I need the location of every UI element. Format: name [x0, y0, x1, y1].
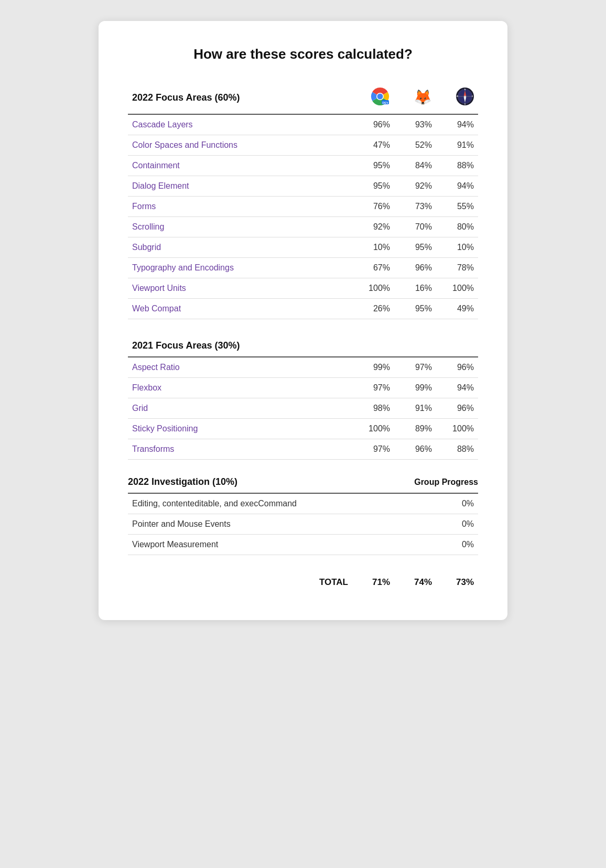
row-label[interactable]: Color Spaces and Functions [128, 135, 352, 156]
row-score-0: 96% [352, 114, 394, 135]
table-row: Sticky Positioning100%89%100% [128, 419, 478, 439]
row-score-1: 95% [394, 237, 436, 258]
row-score-0: 98% [352, 398, 394, 419]
row-score-0: 92% [352, 217, 394, 237]
table-row: Pointer and Mouse Events0% [128, 514, 478, 535]
row-label[interactable]: Scrolling [128, 217, 352, 237]
row-label[interactable]: Forms [128, 197, 352, 217]
totals-table: TOTAL 71% 74% 73% [128, 572, 478, 593]
row-label: Editing, contenteditable, and execComman… [128, 494, 441, 514]
safari-icon: N S E W [456, 88, 474, 107]
table-row: Web Compat26%95%49% [128, 299, 478, 319]
table-row: Viewport Units100%16%100% [128, 278, 478, 299]
total-score-chrome: 71% [352, 572, 394, 593]
svg-point-11 [464, 96, 466, 97]
row-label[interactable]: Cascade Layers [128, 114, 352, 135]
table-row: Forms76%73%55% [128, 197, 478, 217]
row-score-1: 97% [394, 357, 436, 378]
table-row: Grid98%91%96% [128, 398, 478, 419]
row-label[interactable]: Flexbox [128, 378, 352, 398]
focus-2022-table: 2022 Focus Areas (60%) [128, 81, 478, 319]
row-score-1: 70% [394, 217, 436, 237]
row-label[interactable]: Sticky Positioning [128, 419, 352, 439]
table-row: Viewport Measurement0% [128, 535, 478, 555]
row-score: 0% [441, 514, 478, 535]
row-score-0: 47% [352, 135, 394, 156]
table-row: Aspect Ratio99%97%96% [128, 357, 478, 378]
investigation-title: 2022 Investigation (10%) [128, 476, 237, 487]
focus-2022-heading: 2022 Focus Areas (60%) [132, 92, 240, 103]
row-score-2: 10% [436, 237, 478, 258]
row-score-1: 52% [394, 135, 436, 156]
row-score-0: 100% [352, 419, 394, 439]
row-score-1: 95% [394, 299, 436, 319]
row-label[interactable]: Dialog Element [128, 176, 352, 197]
total-label: TOTAL [128, 572, 352, 593]
row-score-2: 78% [436, 258, 478, 278]
row-label: Pointer and Mouse Events [128, 514, 441, 535]
row-score-2: 96% [436, 398, 478, 419]
row-score-1: 16% [394, 278, 436, 299]
row-label[interactable]: Containment [128, 156, 352, 176]
row-label[interactable]: Typography and Encodings [128, 258, 352, 278]
row-score-1: 92% [394, 176, 436, 197]
svg-point-2 [377, 94, 383, 100]
row-score-2: 96% [436, 357, 478, 378]
group-progress-label: Group Progress [414, 478, 478, 487]
table-row: Editing, contenteditable, and execComman… [128, 494, 478, 514]
investigation-header: 2022 Investigation (10%) Group Progress [128, 476, 478, 494]
focus-2021-table: 2021 Focus Areas (30%) Aspect Ratio99%97… [128, 336, 478, 460]
row-score-0: 99% [352, 357, 394, 378]
firefox-icon: 🦊 [414, 90, 432, 105]
main-card: How are these scores calculated? 2022 Fo… [99, 21, 507, 620]
row-label[interactable]: Aspect Ratio [128, 357, 352, 378]
row-label[interactable]: Viewport Units [128, 278, 352, 299]
row-score-2: 49% [436, 299, 478, 319]
table-row: Subgrid10%95%10% [128, 237, 478, 258]
row-score-1: 84% [394, 156, 436, 176]
row-score-2: 88% [436, 439, 478, 460]
row-label[interactable]: Web Compat [128, 299, 352, 319]
row-score-1: 96% [394, 258, 436, 278]
table-row: Flexbox97%99%94% [128, 378, 478, 398]
table-row: Typography and Encodings67%96%78% [128, 258, 478, 278]
row-score-1: 99% [394, 378, 436, 398]
svg-text:DEV: DEV [382, 101, 388, 104]
row-score: 0% [441, 494, 478, 514]
row-score-0: 95% [352, 156, 394, 176]
row-label[interactable]: Subgrid [128, 237, 352, 258]
row-score-1: 93% [394, 114, 436, 135]
table-row: Containment95%84%88% [128, 156, 478, 176]
row-score-0: 10% [352, 237, 394, 258]
row-score-0: 67% [352, 258, 394, 278]
row-score-2: 94% [436, 378, 478, 398]
row-score-2: 94% [436, 176, 478, 197]
investigation-table: Editing, contenteditable, and execComman… [128, 494, 478, 555]
total-score-firefox: 74% [394, 572, 436, 593]
row-score-0: 26% [352, 299, 394, 319]
row-label[interactable]: Transforms [128, 439, 352, 460]
focus-2021-heading: 2021 Focus Areas (30%) [132, 340, 240, 351]
row-score-0: 95% [352, 176, 394, 197]
row-label[interactable]: Grid [128, 398, 352, 419]
table-row: Cascade Layers96%93%94% [128, 114, 478, 135]
row-score-2: 100% [436, 419, 478, 439]
row-score-2: 91% [436, 135, 478, 156]
row-score-1: 89% [394, 419, 436, 439]
table-row: Color Spaces and Functions47%52%91% [128, 135, 478, 156]
page-title: How are these scores calculated? [128, 46, 478, 62]
row-score-1: 96% [394, 439, 436, 460]
row-score-2: 100% [436, 278, 478, 299]
row-score-0: 97% [352, 439, 394, 460]
row-score: 0% [441, 535, 478, 555]
row-label: Viewport Measurement [128, 535, 441, 555]
row-score-2: 88% [436, 156, 478, 176]
row-score-1: 91% [394, 398, 436, 419]
total-score-safari: 73% [436, 572, 478, 593]
row-score-1: 73% [394, 197, 436, 217]
row-score-2: 94% [436, 114, 478, 135]
table-row: Scrolling92%70%80% [128, 217, 478, 237]
investigation-section: 2022 Investigation (10%) Group Progress … [128, 476, 478, 555]
row-score-2: 80% [436, 217, 478, 237]
table-row: Dialog Element95%92%94% [128, 176, 478, 197]
